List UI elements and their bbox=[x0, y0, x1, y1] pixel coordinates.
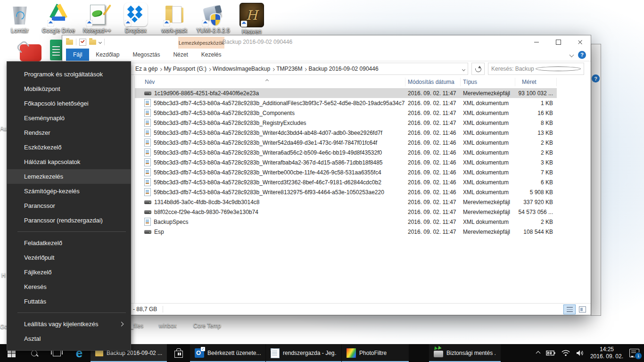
table-row[interactable]: 59bbc3d3-dfb7-4c53-b80a-4a5728c9283b_Wri… bbox=[135, 177, 557, 187]
menu-item-eszk-zkezel-[interactable]: Eszközkezelő bbox=[7, 140, 131, 155]
shortcut-arrow-icon bbox=[125, 20, 131, 26]
column-header-type[interactable]: Típus bbox=[461, 78, 515, 86]
contextual-tab-disk-image-tools[interactable]: Lemezképeszközök bbox=[178, 37, 224, 49]
tab-manage[interactable]: Kezelés bbox=[195, 49, 228, 61]
background-window[interactable] bbox=[591, 44, 601, 316]
customize-qat-icon[interactable] bbox=[99, 40, 102, 43]
tab-file[interactable]: Fájl bbox=[66, 49, 89, 61]
show-hidden-icons-chevron[interactable] bbox=[536, 351, 540, 355]
menu-item-f-kapcsol-lehet-s-gei[interactable]: Főkapcsoló lehetőségei bbox=[7, 96, 131, 111]
desktop-icon-recycle-bin[interactable]: Lomtár bbox=[2, 3, 38, 35]
store-button[interactable] bbox=[167, 344, 190, 362]
partial-desktop-icon[interactable] bbox=[20, 44, 41, 61]
folder-icon[interactable] bbox=[66, 40, 73, 45]
taskbar-backup-tool[interactable]: Biztonsági mentés ... bbox=[429, 344, 501, 362]
menu-item-keres-s[interactable]: Keresés bbox=[7, 280, 131, 294]
table-row[interactable]: 59bbc3d3-dfb7-4c53-b80a-4a5728c9283b_Wri… bbox=[135, 187, 557, 197]
menu-item-mobilk-zpont[interactable]: Mobilközpont bbox=[7, 82, 131, 96]
volume-icon[interactable] bbox=[576, 350, 584, 356]
desktop-icon-yumi[interactable]: YUMI-2.0.2.5 bbox=[195, 3, 231, 35]
desktop-icon-label[interactable]: _files bbox=[130, 322, 143, 329]
tab-view[interactable]: Nézet bbox=[166, 49, 194, 61]
table-row[interactable]: 59bbc3d3-dfb7-4c53-b80a-4a5728c9283b_Wri… bbox=[135, 157, 557, 167]
desktop-icon-notepadpp[interactable]: Notepad++ bbox=[79, 3, 115, 35]
table-row[interactable]: Esp2016. 09. 02. 11:47Merevlemezképfájl1… bbox=[135, 227, 557, 237]
table-row[interactable]: 59bbc3d3-dfb7-4c53-b80a-4a5728c9283b_Reg… bbox=[135, 118, 557, 128]
file-name: 59bbc3d3-dfb7-4c53-b80a-4a5728c9283b_Wri… bbox=[154, 169, 381, 176]
desktop-icon-folder-big[interactable]: work-pack bbox=[157, 3, 192, 35]
minimize-button[interactable] bbox=[526, 35, 547, 49]
title-bar[interactable]: Lemezképeszközök Backup 2016-09-02 09044… bbox=[62, 35, 591, 49]
partial-desktop-icon-sheets[interactable] bbox=[50, 40, 62, 60]
tab-share[interactable]: Megosztás bbox=[126, 49, 166, 61]
taskbar-photofiltre[interactable]: PhotoFiltre bbox=[342, 344, 409, 362]
table-row[interactable]: BackupSpecs2016. 09. 02. 11:47XML dokume… bbox=[135, 217, 557, 227]
large-icons-view-button[interactable] bbox=[577, 305, 588, 314]
taskbar-notepad[interactable]: rendszergazda - Jeg... bbox=[266, 344, 341, 362]
action-center-icon[interactable]: 1 bbox=[629, 349, 639, 357]
shortcut-arrow-icon bbox=[48, 20, 54, 26]
tab-home[interactable]: Kezdőlap bbox=[89, 49, 126, 61]
table-row[interactable]: 59bbc3d3-dfb7-4c53-b80a-4a5728c9283b_Wri… bbox=[135, 167, 557, 177]
breadcrumb-item[interactable]: TMP236M bbox=[276, 66, 302, 72]
table-row[interactable]: 59bbc3d3-dfb7-4c53-b80a-4a5728c9283b_Wri… bbox=[135, 138, 557, 148]
menu-item-f-jlkezel-[interactable]: Fájlkezelő bbox=[7, 265, 131, 280]
menu-item-parancssor[interactable]: Parancssor bbox=[7, 198, 131, 213]
breadcrumb-item[interactable]: My Passport (G:) bbox=[164, 66, 206, 72]
menu-item-programok-s-szolg-ltat-sok[interactable]: Programok és szolgáltatások bbox=[7, 67, 131, 82]
menu-item-futtat-s[interactable]: Futtatás bbox=[7, 294, 131, 309]
desktop-icon-label[interactable]: winbox bbox=[159, 322, 176, 329]
menu-item-h-l-zati-kapcsolatok[interactable]: Hálózati kapcsolatok bbox=[7, 155, 131, 169]
expand-ribbon-icon[interactable] bbox=[570, 52, 574, 57]
table-row[interactable]: 1314b8d6-3a0c-4fdb-8cdb-34c9db3014c82016… bbox=[135, 197, 557, 207]
table-row[interactable]: 59bbc3d3-dfb7-4c53-b80a-4a5728c9283b_Wri… bbox=[135, 148, 557, 157]
breadcrumb-item[interactable]: Ez a gép bbox=[135, 66, 157, 72]
sort-ascending-icon[interactable] bbox=[266, 77, 268, 83]
help-icon[interactable] bbox=[592, 74, 600, 82]
table-row[interactable]: 59bbc3d3-dfb7-4c53-b80a-4a5728c9283b_Add… bbox=[135, 98, 557, 108]
address-bar[interactable]: Ez a gépMy Passport (G:)WindowsImageBack… bbox=[124, 63, 468, 75]
menu-item-sz-m-t-g-p-kezel-s[interactable]: Számítógép-kezelés bbox=[7, 184, 131, 198]
menu-item-rendszer[interactable]: Rendszer bbox=[7, 125, 131, 140]
breadcrumb-item[interactable]: Backup 2016-09-02 090446 bbox=[308, 66, 378, 72]
properties-icon[interactable] bbox=[79, 39, 86, 46]
column-header-size[interactable]: Méret bbox=[515, 78, 557, 86]
breadcrumb-item[interactable]: WindowsImageBackup bbox=[213, 66, 270, 72]
address-dropdown-icon[interactable] bbox=[462, 66, 465, 72]
file-date-cell: 2016. 09. 02. 11:46 bbox=[405, 149, 461, 156]
table-row[interactable]: b8f02cce-f29e-4acb-9830-769e3e130b742016… bbox=[135, 207, 557, 217]
close-button[interactable] bbox=[569, 35, 591, 49]
table-row[interactable]: 59bbc3d3-dfb7-4c53-b80a-4a5728c9283b_Com… bbox=[135, 108, 557, 118]
file-date-cell: 2016. 09. 02. 11:46 bbox=[405, 189, 461, 196]
menu-item-esem-nynapl-[interactable]: Eseménynapló bbox=[7, 111, 131, 125]
breadcrumb-separator-icon bbox=[159, 66, 162, 72]
help-icon[interactable] bbox=[578, 51, 586, 59]
menu-item-asztal[interactable]: Asztal bbox=[7, 331, 131, 346]
menu-item-feladatkezel-[interactable]: Feladatkezelő bbox=[7, 236, 131, 250]
refresh-button[interactable] bbox=[471, 63, 485, 75]
battery-icon[interactable] bbox=[546, 350, 555, 356]
menu-item-vez-rl-pult[interactable]: Vezérlőpult bbox=[7, 250, 131, 265]
desktop-icon-dropbox[interactable]: Dropbox bbox=[118, 3, 154, 35]
status-size-text: - 88,7 GB bbox=[133, 306, 157, 313]
menu-item-parancssor-rendszergazdai-[interactable]: Parancssor (rendszergazdai) bbox=[7, 213, 131, 228]
menu-item-lemezkezel-s[interactable]: Lemezkezelés bbox=[7, 169, 131, 184]
table-row[interactable]: 1c19d906-8865-4251-bfa2-4940f6e2e23a2016… bbox=[135, 88, 557, 98]
table-row[interactable]: 59bbc3d3-dfb7-4c53-b80a-4a5728c9283b_Wri… bbox=[135, 128, 557, 138]
column-header-date[interactable]: Módosítás dátuma bbox=[405, 78, 461, 86]
taskbar-outlook[interactable]: Beérkezett üzenete... bbox=[190, 344, 265, 362]
search-input[interactable]: Keresés: Backup 2016-09-02 0... bbox=[488, 63, 584, 75]
new-folder-icon[interactable] bbox=[89, 40, 96, 45]
menu-item-le-ll-t-s-vagy-kijelentkez-s[interactable]: Leállítás vagy kijelentkezés bbox=[7, 317, 131, 331]
details-view-button[interactable] bbox=[564, 305, 575, 314]
maximize-button[interactable] bbox=[547, 35, 569, 49]
wifi-icon[interactable] bbox=[561, 350, 570, 356]
file-name: 59bbc3d3-dfb7-4c53-b80a-4a5728c9283b_Wri… bbox=[154, 159, 383, 166]
column-header-name[interactable]: Név bbox=[142, 78, 405, 86]
taskbar-clock[interactable]: 14:25 2016. 09. 02. bbox=[590, 346, 623, 360]
desktop-icon-google-drive[interactable]: Google Drive bbox=[41, 3, 76, 35]
file-name: 1c19d906-8865-4251-bfa2-4940f6e2e23a bbox=[154, 90, 259, 97]
desktop-icon-heaven[interactable]: Heaven bbox=[234, 3, 270, 35]
taskbar-button-label: Biztonsági mentés ... bbox=[446, 350, 496, 356]
desktop-icon-label[interactable]: Core Temp bbox=[193, 322, 221, 329]
